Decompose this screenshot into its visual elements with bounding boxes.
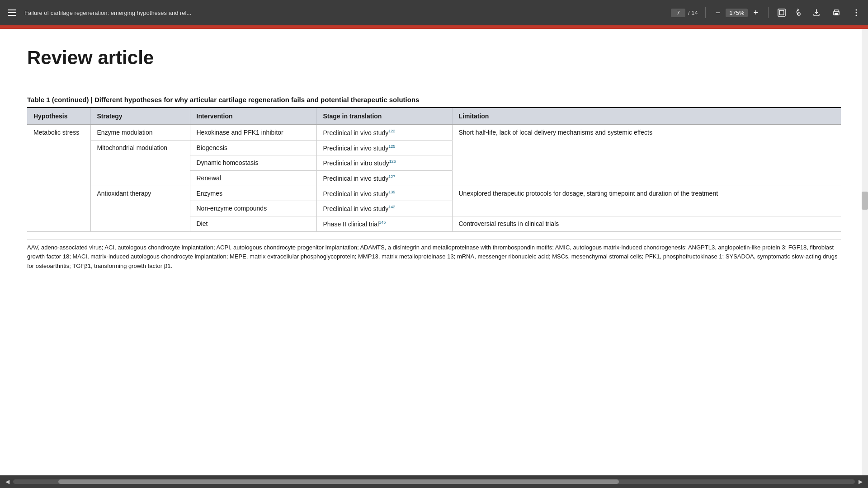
table-footnote: AAV, adeno-associated virus; ACI, autolo… <box>27 239 841 271</box>
cell-intervention: Hexokinase and PFK1 inhibitor <box>190 125 316 140</box>
page-navigation: / 14 <box>671 9 698 17</box>
cell-intervention: Diet <box>190 216 316 231</box>
cell-limitation: Unexplored therapeutic protocols for dos… <box>452 186 841 216</box>
cell-intervention: Dynamic homeostasis <box>190 155 316 171</box>
scrollbar-thumb-h[interactable] <box>58 479 619 484</box>
cell-intervention: Biogenesis <box>190 140 316 155</box>
scrollbar-track[interactable] <box>13 479 855 484</box>
toolbar: Failure of cartilage regeneration: emerg… <box>0 0 868 25</box>
more-options-button[interactable] <box>850 6 863 19</box>
divider-1 <box>705 7 706 18</box>
table-row: Metabolic stressEnzyme modulationHexokin… <box>27 125 841 140</box>
fit-page-button[interactable] <box>776 7 788 19</box>
cell-strategy: Enzyme modulation <box>90 125 190 140</box>
col-header-limitation: Limitation <box>452 108 841 125</box>
content-area: Review article Table 1 (continued) | Dif… <box>0 29 868 475</box>
cell-strategy: Antioxidant therapy <box>90 186 190 231</box>
menu-icon[interactable] <box>5 7 19 19</box>
cell-strategy: Mitochondrial modulation <box>90 140 190 186</box>
page-number-input[interactable] <box>671 9 685 17</box>
cell-limitation: Controversial results in clinical trials <box>452 216 841 231</box>
cell-stage: Preclinical in vitro study126 <box>316 155 452 171</box>
cell-stage: Phase II clinical trial145 <box>316 216 452 231</box>
accent-bar <box>0 25 868 29</box>
divider-2 <box>768 7 769 18</box>
scrollbar-thumb[interactable] <box>862 192 868 210</box>
zoom-in-button[interactable]: + <box>750 7 761 19</box>
svg-point-7 <box>856 15 857 16</box>
cell-stage: Preclinical in vivo study127 <box>316 170 452 186</box>
page-separator: / 14 <box>688 9 698 16</box>
table-row: Antioxidant therapyEnzymesPreclinical in… <box>27 186 841 201</box>
review-article-title: Review article <box>27 47 841 69</box>
hypothesis-table: Hypothesis Strategy Intervention Stage i… <box>27 108 841 232</box>
scroll-right-arrow[interactable]: ▶ <box>857 478 864 486</box>
scroll-left-arrow[interactable]: ◀ <box>4 478 11 486</box>
col-header-hypothesis: Hypothesis <box>27 108 90 125</box>
svg-point-5 <box>856 9 857 11</box>
cell-stage: Preclinical in vivo study122 <box>316 125 452 140</box>
table-caption: Table 1 (continued) | Different hypothes… <box>27 96 841 108</box>
rotate-button[interactable] <box>793 7 805 19</box>
document-title: Failure of cartilage regeneration: emerg… <box>24 9 665 16</box>
zoom-controls: − 175% + <box>713 7 761 19</box>
toolbar-right-actions <box>810 6 863 19</box>
col-header-stage: Stage in translation <box>316 108 452 125</box>
svg-rect-4 <box>835 13 838 15</box>
zoom-level: 175% <box>726 9 748 17</box>
print-button[interactable] <box>830 6 843 19</box>
cell-stage: Preclinical in vivo study125 <box>316 140 452 155</box>
vertical-scrollbar[interactable] <box>862 29 868 475</box>
table-header-row: Hypothesis Strategy Intervention Stage i… <box>27 108 841 125</box>
cell-intervention: Enzymes <box>190 186 316 201</box>
cell-stage: Preclinical in vivo study142 <box>316 201 452 216</box>
col-header-strategy: Strategy <box>90 108 190 125</box>
cell-intervention: Renewal <box>190 170 316 186</box>
download-button[interactable] <box>810 6 823 19</box>
horizontal-scrollbar-bar: ◀ ▶ <box>0 475 868 488</box>
zoom-out-button[interactable]: − <box>713 7 723 19</box>
cell-intervention: Non-enzyme compounds <box>190 201 316 216</box>
svg-rect-1 <box>779 10 784 15</box>
cell-stage: Preclinical in vivo study139 <box>316 186 452 201</box>
svg-point-6 <box>856 12 857 14</box>
col-header-intervention: Intervention <box>190 108 316 125</box>
cell-limitation: Short half-life, lack of local delivery … <box>452 125 841 186</box>
cell-hypothesis: Metabolic stress <box>27 125 90 231</box>
